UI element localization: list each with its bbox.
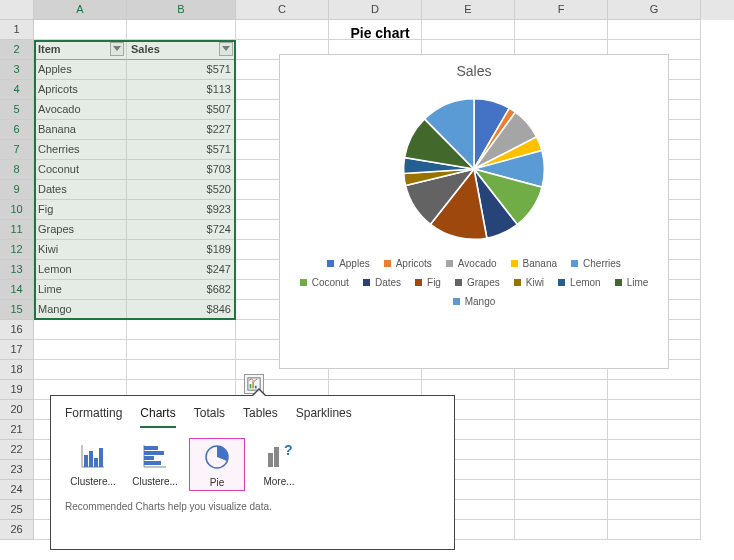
cell-B15[interactable]: $846 — [127, 300, 236, 320]
cell-F24[interactable] — [515, 480, 608, 500]
cell-B17[interactable] — [127, 340, 236, 360]
row-header-8[interactable]: 8 — [0, 160, 34, 180]
col-header-F[interactable]: F — [515, 0, 608, 20]
row-header-17[interactable]: 17 — [0, 340, 34, 360]
cell-B2[interactable]: Sales — [127, 40, 236, 60]
cell-F21[interactable] — [515, 420, 608, 440]
qa-item-pie[interactable]: Pie — [189, 438, 245, 491]
row-header-13[interactable]: 13 — [0, 260, 34, 280]
cell-F22[interactable] — [515, 440, 608, 460]
legend-item-dates[interactable]: Dates — [363, 277, 401, 288]
chart-title[interactable]: Sales — [280, 63, 668, 79]
legend-item-avocado[interactable]: Avocado — [446, 258, 497, 269]
cell-B14[interactable]: $682 — [127, 280, 236, 300]
row-header-1[interactable]: 1 — [0, 20, 34, 40]
legend-item-kiwi[interactable]: Kiwi — [514, 277, 544, 288]
legend-item-lemon[interactable]: Lemon — [558, 277, 601, 288]
qa-tab-formatting[interactable]: Formatting — [65, 406, 122, 428]
cell-B3[interactable]: $571 — [127, 60, 236, 80]
row-header-18[interactable]: 18 — [0, 360, 34, 380]
cell-A4[interactable]: Apricots — [34, 80, 127, 100]
pie-chart-plot[interactable] — [394, 89, 554, 249]
cell-A14[interactable]: Lime — [34, 280, 127, 300]
qa-item-more[interactable]: ? More... — [251, 438, 307, 491]
cell-A2[interactable]: Item — [34, 40, 127, 60]
cell-B10[interactable]: $923 — [127, 200, 236, 220]
row-header-3[interactable]: 3 — [0, 60, 34, 80]
cell-F26[interactable] — [515, 520, 608, 540]
cell-A16[interactable] — [34, 320, 127, 340]
select-all-corner[interactable] — [0, 0, 34, 20]
row-header-26[interactable]: 26 — [0, 520, 34, 540]
qa-item-clustered-column[interactable]: Clustere... — [65, 438, 121, 491]
row-header-19[interactable]: 19 — [0, 380, 34, 400]
cell-B7[interactable]: $571 — [127, 140, 236, 160]
cell-F23[interactable] — [515, 460, 608, 480]
row-header-21[interactable]: 21 — [0, 420, 34, 440]
cell-B8[interactable]: $703 — [127, 160, 236, 180]
qa-tab-tables[interactable]: Tables — [243, 406, 278, 428]
legend-item-coconut[interactable]: Coconut — [300, 277, 349, 288]
cell-A9[interactable]: Dates — [34, 180, 127, 200]
row-header-12[interactable]: 12 — [0, 240, 34, 260]
row-header-23[interactable]: 23 — [0, 460, 34, 480]
cell-B6[interactable]: $227 — [127, 120, 236, 140]
cell-A13[interactable]: Lemon — [34, 260, 127, 280]
row-header-4[interactable]: 4 — [0, 80, 34, 100]
col-header-G[interactable]: G — [608, 0, 701, 20]
cell-B11[interactable]: $724 — [127, 220, 236, 240]
cell-B4[interactable]: $113 — [127, 80, 236, 100]
cell-G22[interactable] — [608, 440, 701, 460]
embedded-chart[interactable]: Sales ApplesApricotsAvocadoBananaCherrie… — [279, 54, 669, 369]
cell-F1[interactable] — [515, 20, 608, 40]
row-header-24[interactable]: 24 — [0, 480, 34, 500]
cell-A8[interactable]: Coconut — [34, 160, 127, 180]
col-header-E[interactable]: E — [422, 0, 515, 20]
qa-tab-charts[interactable]: Charts — [140, 406, 175, 428]
legend-item-apricots[interactable]: Apricots — [384, 258, 432, 269]
cell-B9[interactable]: $520 — [127, 180, 236, 200]
legend-item-mango[interactable]: Mango — [453, 296, 496, 307]
cell-A12[interactable]: Kiwi — [34, 240, 127, 260]
row-header-25[interactable]: 25 — [0, 500, 34, 520]
cell-G21[interactable] — [608, 420, 701, 440]
col-header-C[interactable]: C — [236, 0, 329, 20]
row-header-20[interactable]: 20 — [0, 400, 34, 420]
cell-F20[interactable] — [515, 400, 608, 420]
cell-G24[interactable] — [608, 480, 701, 500]
cell-B16[interactable] — [127, 320, 236, 340]
qa-item-clustered-bar[interactable]: Clustere... — [127, 438, 183, 491]
row-header-11[interactable]: 11 — [0, 220, 34, 240]
cell-A5[interactable]: Avocado — [34, 100, 127, 120]
cell-B12[interactable]: $189 — [127, 240, 236, 260]
row-header-15[interactable]: 15 — [0, 300, 34, 320]
legend-item-banana[interactable]: Banana — [511, 258, 557, 269]
col-header-A[interactable]: A — [34, 0, 127, 20]
cell-A7[interactable]: Cherries — [34, 140, 127, 160]
col-header-B[interactable]: B — [127, 0, 236, 20]
row-header-14[interactable]: 14 — [0, 280, 34, 300]
col-header-D[interactable]: D — [329, 0, 422, 20]
cell-B18[interactable] — [127, 360, 236, 380]
chart-legend[interactable]: ApplesApricotsAvocadoBananaCherriesCocon… — [280, 249, 668, 310]
cell-A3[interactable]: Apples — [34, 60, 127, 80]
row-header-5[interactable]: 5 — [0, 100, 34, 120]
legend-item-fig[interactable]: Fig — [415, 277, 441, 288]
row-header-2[interactable]: 2 — [0, 40, 34, 60]
cell-A10[interactable]: Fig — [34, 200, 127, 220]
cell-B5[interactable]: $507 — [127, 100, 236, 120]
cell-G25[interactable] — [608, 500, 701, 520]
legend-item-grapes[interactable]: Grapes — [455, 277, 500, 288]
cell-A17[interactable] — [34, 340, 127, 360]
cell-G23[interactable] — [608, 460, 701, 480]
legend-item-lime[interactable]: Lime — [615, 277, 649, 288]
row-header-6[interactable]: 6 — [0, 120, 34, 140]
filter-button-sales[interactable] — [219, 42, 233, 56]
cell-B13[interactable]: $247 — [127, 260, 236, 280]
legend-item-apples[interactable]: Apples — [327, 258, 370, 269]
cell-F25[interactable] — [515, 500, 608, 520]
row-header-10[interactable]: 10 — [0, 200, 34, 220]
cell-A15[interactable]: Mango — [34, 300, 127, 320]
row-header-22[interactable]: 22 — [0, 440, 34, 460]
row-header-7[interactable]: 7 — [0, 140, 34, 160]
